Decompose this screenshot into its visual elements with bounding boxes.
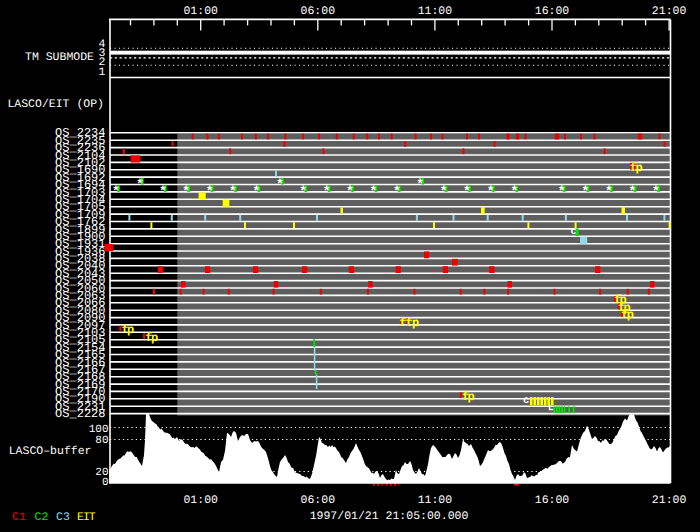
svg-text:11:00: 11:00 [418, 5, 453, 18]
svg-text:*: * [370, 184, 378, 199]
svg-text:*: * [159, 184, 167, 199]
svg-text:06:00: 06:00 [301, 5, 336, 18]
svg-text:*: * [440, 184, 448, 199]
svg-text:11:00: 11:00 [418, 494, 453, 507]
svg-text:*: * [112, 184, 120, 199]
svg-text:*: * [276, 177, 284, 192]
svg-text:16:00: 16:00 [535, 494, 570, 507]
svg-text:*: * [558, 184, 566, 199]
svg-text:C1: C1 [12, 511, 26, 524]
svg-text:LASCO–buffer: LASCO–buffer [9, 445, 92, 458]
svg-text:*: * [629, 184, 637, 199]
svg-text:*: * [299, 184, 307, 199]
svg-text:*: * [323, 184, 331, 199]
svg-text:*: * [136, 177, 144, 192]
svg-text:fp: fp [145, 331, 158, 345]
svg-text:*: * [510, 184, 518, 199]
svg-text:0: 0 [102, 477, 109, 489]
svg-text:fp: fp [122, 323, 135, 337]
svg-text:TM SUBMODE: TM SUBMODE [25, 51, 94, 64]
svg-text:*: * [463, 184, 471, 199]
svg-text:1: 1 [99, 66, 106, 79]
svg-text:01:00: 01:00 [183, 5, 218, 18]
svg-text:*: * [416, 177, 424, 192]
svg-text:*: * [581, 184, 589, 199]
svg-text:c: c [523, 395, 529, 407]
svg-text:C3: C3 [56, 511, 70, 524]
svg-text:*: * [346, 184, 354, 199]
svg-text:*: * [487, 184, 495, 199]
svg-text:*: * [393, 184, 401, 199]
svg-text:fp: fp [462, 390, 475, 404]
svg-text:fp: fp [621, 308, 634, 322]
svg-text:*: * [182, 184, 190, 199]
svg-text:21:00: 21:00 [652, 494, 687, 507]
svg-text:*: * [253, 184, 261, 199]
svg-text:fp: fp [630, 161, 643, 175]
svg-text:*: * [206, 184, 214, 199]
svg-text:OS_2228: OS_2228 [55, 407, 105, 421]
svg-text:*: * [605, 184, 613, 199]
svg-text:06:00: 06:00 [301, 494, 336, 507]
svg-text:21:00: 21:00 [652, 5, 687, 18]
svg-text:80: 80 [95, 435, 108, 447]
svg-text:ffp: ffp [399, 316, 419, 330]
svg-text:C2: C2 [35, 511, 49, 524]
svg-text:1997/01/21 21:05:00.000: 1997/01/21 21:05:00.000 [310, 510, 469, 523]
svg-text:16:00: 16:00 [535, 5, 570, 18]
svg-text:*: * [652, 184, 660, 199]
svg-text:01:00: 01:00 [183, 494, 218, 507]
svg-text:LASCO/EIT (OP): LASCO/EIT (OP) [7, 98, 104, 111]
svg-text:*: * [229, 184, 237, 199]
svg-text:EIT: EIT [77, 511, 96, 524]
